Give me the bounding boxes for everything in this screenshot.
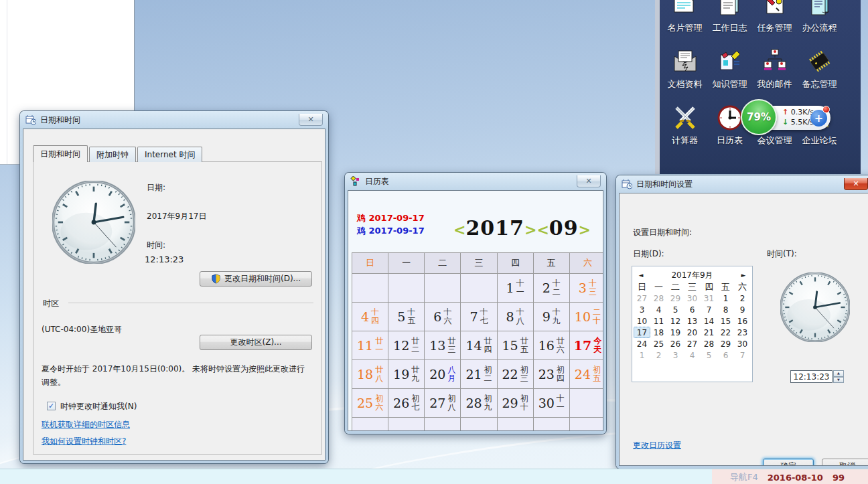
picker-day-cell[interactable]: 4: [650, 304, 667, 315]
picker-day-cell[interactable]: 15: [717, 315, 734, 327]
lunar-day-cell[interactable]: 5十五: [388, 303, 425, 331]
picker-day-cell[interactable]: 21: [701, 327, 717, 338]
lunar-day-cell[interactable]: 7十七: [461, 303, 497, 331]
picker-day-cell[interactable]: 17: [634, 327, 650, 338]
picker-day-cell[interactable]: 25: [650, 338, 667, 349]
picker-day-cell[interactable]: 28: [701, 338, 717, 349]
picker-day-cell[interactable]: 27: [684, 338, 701, 349]
lunar-day-cell[interactable]: 26初七: [388, 389, 425, 418]
lunar-day-cell[interactable]: 1十一: [498, 274, 534, 303]
tab-internet-time[interactable]: Internet 时间: [137, 147, 202, 162]
launcher-item[interactable]: 办公流程: [797, 0, 842, 34]
close-button[interactable]: ✕: [844, 178, 868, 190]
picker-day-cell[interactable]: 29: [667, 293, 684, 304]
picker-day-cell[interactable]: 8: [717, 304, 734, 315]
picker-day-cell[interactable]: 7: [734, 349, 751, 361]
picker-day-cell[interactable]: 24: [634, 338, 650, 349]
picker-day-cell[interactable]: 5: [667, 304, 684, 315]
lunar-day-cell[interactable]: 22初三: [498, 360, 534, 389]
lunar-day-cell[interactable]: 23初四: [534, 360, 570, 389]
launcher-item[interactable]: 备忘管理: [797, 47, 842, 90]
prev-year-arrow[interactable]: <: [453, 221, 465, 238]
picker-day-cell[interactable]: 6: [684, 304, 701, 315]
launcher-item[interactable]: 计算器: [662, 103, 707, 147]
picker-day-cell[interactable]: 1: [634, 349, 650, 361]
change-timezone-button[interactable]: 更改时区(Z)...: [200, 335, 312, 350]
lunar-day-cell[interactable]: 8十八: [498, 303, 534, 331]
lunar-day-cell[interactable]: 12廿二: [388, 331, 425, 360]
picker-day-cell[interactable]: 23: [734, 327, 751, 338]
picker-day-cell[interactable]: 30: [734, 338, 751, 349]
online-timezone-info-link[interactable]: 联机获取详细的时区信息: [42, 419, 130, 430]
picker-day-cell[interactable]: 29: [717, 338, 734, 349]
picker-day-cell[interactable]: 9: [734, 304, 751, 315]
next-month-button[interactable]: ►: [736, 272, 751, 278]
lunar-day-cell[interactable]: 15廿五: [498, 331, 534, 360]
tab-date-time[interactable]: 日期和时间: [33, 145, 88, 162]
picker-day-cell[interactable]: 3: [634, 304, 650, 315]
picker-day-cell[interactable]: 28: [650, 293, 667, 304]
tab-additional-clocks[interactable]: 附加时钟: [89, 147, 136, 162]
lunar-day-cell[interactable]: 3十三: [570, 274, 603, 303]
picker-day-cell[interactable]: 22: [717, 327, 734, 338]
picker-day-cell[interactable]: 5: [701, 349, 717, 361]
launcher-item[interactable]: 文档资料: [662, 47, 707, 90]
lunar-day-cell[interactable]: 18廿八: [352, 360, 388, 389]
ok-button[interactable]: 确定: [763, 459, 814, 466]
close-button[interactable]: ✕: [299, 114, 323, 126]
lunar-day-cell[interactable]: 21初二: [461, 360, 497, 389]
lunar-dialog-titlebar[interactable]: 日历表 ✕: [348, 173, 603, 190]
picker-day-cell[interactable]: 3: [667, 349, 684, 361]
lunar-day-cell[interactable]: 14廿四: [461, 331, 497, 360]
picker-day-cell[interactable]: 27: [634, 293, 650, 304]
ok-button[interactable]: 确定: [166, 460, 213, 461]
launcher-item[interactable]: 知识管理: [707, 47, 752, 90]
picker-day-cell[interactable]: 26: [667, 338, 684, 349]
notify-clock-change-checkbox[interactable]: ✓: [47, 402, 56, 410]
cancel-button[interactable]: 取消: [220, 460, 267, 461]
picker-day-cell[interactable]: 1: [717, 293, 734, 304]
picker-day-cell[interactable]: 2: [734, 293, 751, 304]
picker-day-cell[interactable]: 6: [717, 349, 734, 361]
picker-day-cell[interactable]: 13: [684, 315, 701, 327]
lunar-day-cell[interactable]: 24初五: [570, 360, 603, 389]
month-year-label[interactable]: 2017年9月: [648, 270, 736, 281]
lunar-day-cell[interactable]: 16廿六: [534, 331, 570, 360]
spin-down-button[interactable]: ▼: [833, 377, 844, 384]
lunar-day-cell[interactable]: 25初六: [352, 389, 388, 418]
picker-day-cell[interactable]: 30: [684, 293, 701, 304]
launcher-item[interactable]: 我的邮件: [752, 47, 797, 90]
picker-day-cell[interactable]: 10: [634, 315, 650, 327]
lunar-day-cell[interactable]: 30十一: [534, 389, 570, 418]
lunar-day-cell[interactable]: 10二十: [570, 303, 603, 331]
picker-day-cell[interactable]: 11: [650, 315, 667, 327]
how-to-set-clock-link[interactable]: 我如何设置时钟和时区?: [42, 436, 126, 447]
picker-day-cell[interactable]: 12: [667, 315, 684, 327]
picker-day-cell[interactable]: 31: [701, 293, 717, 304]
usage-percent-badge[interactable]: 79%: [741, 99, 777, 135]
lunar-day-cell[interactable]: 2十二: [534, 274, 570, 303]
lunar-day-cell[interactable]: 11廿一: [352, 331, 388, 360]
lunar-day-cell[interactable]: 19廿九: [388, 360, 425, 389]
change-date-time-button[interactable]: 更改日期和时间(D)...: [200, 271, 312, 287]
launcher-item[interactable]: 工作日志: [707, 0, 752, 34]
lunar-day-cell[interactable]: 6十六: [425, 303, 461, 331]
next-month-arrow[interactable]: >: [579, 221, 591, 238]
prev-month-arrow[interactable]: <: [536, 221, 549, 238]
next-year-arrow[interactable]: >: [524, 221, 536, 238]
settings-dialog-titlebar[interactable]: 日期和时间设置 ✕: [619, 175, 868, 193]
picker-day-cell[interactable]: 18: [650, 327, 667, 338]
lunar-day-cell[interactable]: 28初九: [461, 389, 497, 418]
close-button[interactable]: ✕: [577, 175, 601, 187]
picker-day-cell[interactable]: 2: [650, 349, 667, 361]
prev-month-button[interactable]: ◄: [634, 272, 648, 278]
picker-day-cell[interactable]: 19: [667, 327, 684, 338]
picker-day-cell[interactable]: 20: [684, 327, 701, 338]
time-input[interactable]: 12:13:23: [790, 370, 833, 383]
picker-day-cell[interactable]: 7: [701, 304, 717, 315]
lunar-day-cell[interactable]: 9十九: [534, 303, 570, 331]
spin-up-button[interactable]: ▲: [833, 370, 844, 377]
apply-button[interactable]: 应用(A): [275, 460, 321, 461]
net-monitor-widget[interactable]: 79% ↑ 0.3K/s ↓ 5.5K/s +: [741, 99, 835, 135]
cancel-button[interactable]: 取消: [822, 459, 868, 466]
